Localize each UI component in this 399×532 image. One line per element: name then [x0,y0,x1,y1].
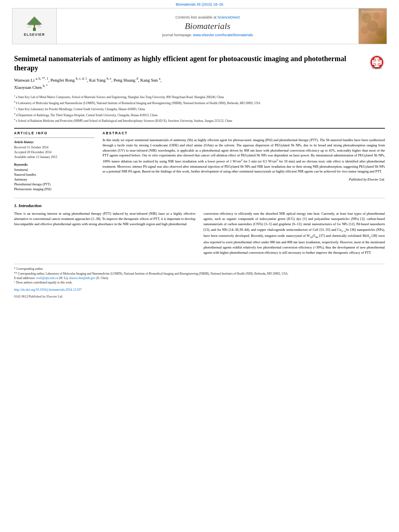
journal-center: Contents lists available at ScienceDirec… [57,8,358,44]
journal-ref-text: Biomaterials 45 (2015) 18–26 [176,2,223,6]
article-info-box: Article history: Received 11 October 201… [14,138,95,192]
affiliation-e: e e School of Radiation Medicine and Pro… [14,118,385,123]
intro-text-left: There is an increasing interest in using… [14,211,195,227]
sciencedirect-link[interactable]: ScienceDirect [218,15,240,19]
main-content: Semimetal nanomaterials of antimony as h… [0,44,399,304]
footnote-email: E-mail addresses: wwli@sjtu.edu.cn (W. L… [14,276,385,280]
abstract-text: In this study we report semimetal nanoma… [103,138,385,174]
svg-point-13 [379,19,385,25]
journal-header: ELSEVIER Contents lists available at Sci… [12,8,387,44]
article-info-heading: ARTICLE INFO [14,131,95,135]
homepage-line: journal homepage: www.elsevier.com/locat… [162,33,253,37]
elsevier-logo: ELSEVIER [12,8,57,44]
doi-line: http://dx.doi.org/10.1016/j.biomaterials… [14,288,385,292]
keywords-heading: Keywords: [14,163,95,166]
keyword-1: Semimetal [14,168,95,173]
intro-text-right: conversion efficiency to efficiently tur… [204,211,385,255]
abstract-heading: ABSTRACT [103,131,385,135]
svg-text:CrossMark: CrossMark [372,67,382,69]
keyword-3: Antimony [14,177,95,182]
journal-reference: Biomaterials 45 (2015) 18–26 [0,0,399,8]
available-date: Available online 13 January 2015 [14,155,95,160]
page-wrapper: Biomaterials 45 (2015) 18–26 ELSEVIER C [0,0,399,304]
keyword-5: Photoacoustic imaging (PAI) [14,187,95,192]
svg-rect-21 [372,61,381,64]
abstract-col: ABSTRACT In this study we report semimet… [103,131,385,192]
intro-col-right: conversion efficiency to efficiently tur… [204,211,385,258]
journal-name: Biomaterials [185,21,230,31]
svg-point-10 [361,26,369,34]
homepage-link[interactable]: www.elsevier.com/locate/biomaterials [193,33,253,37]
svg-point-11 [376,28,385,37]
affiliation-d: d d Department of Radiology, The Third X… [14,112,385,117]
affiliation-a: a a State Key Lab of Metal Matrix Compos… [14,94,385,99]
header-divider [14,128,385,129]
issn-line: 0142-9612/Published by Elsevier Ltd. [14,295,385,298]
article-title: Semimetal nanomaterials of antimony as h… [14,54,369,73]
email1-link[interactable]: wwli@sjtu.edu.cn [36,276,58,280]
doi-link[interactable]: http://dx.doi.org/10.1016/j.biomaterials… [14,288,82,292]
article-title-section: Semimetal nanomaterials of antimony as h… [14,54,385,73]
svg-point-9 [367,21,378,32]
footnote-corresponding2: ** Corresponding author. Laboratory of M… [14,271,385,276]
elsevier-tree-icon [23,16,45,33]
article-history-heading: Article history: [14,140,95,144]
cover-pattern-icon [359,8,387,44]
section-title: 1. Introduction [14,203,385,208]
intro-col-left: There is an increasing interest in using… [14,211,195,258]
crossmark-icon[interactable]: CrossMark [369,54,385,70]
footnote-corresponding1: * Corresponding author. [14,267,385,271]
section-divider [14,198,385,198]
article-info-abstract: ARTICLE INFO Article history: Received 1… [14,131,385,192]
affiliations: a a State Key Lab of Metal Matrix Compos… [14,94,385,123]
footnote-area: * Corresponding author. ** Corresponding… [14,264,385,285]
contents-line: Contents lists available at ScienceDirec… [175,15,240,19]
email2-link[interactable]: shawn.chen@nih.gov [69,276,95,280]
elsevier-label: ELSEVIER [24,33,45,37]
svg-point-8 [373,12,380,20]
svg-point-12 [368,33,374,39]
article-info-col: ARTICLE INFO Article history: Received 1… [14,131,95,192]
accepted-date: Accepted 20 December 2014 [14,150,95,155]
received-date: Received 11 October 2014 [14,145,95,150]
published-by: Published by Elsevier Ltd. [103,177,385,181]
keyword-4: Photothermal therapy (PTT) [14,182,95,187]
introduction-body: There is an increasing interest in using… [14,211,385,258]
affiliation-c: c c State Key Laboratory for Powder Meta… [14,106,385,111]
affiliation-b: b b Laboratory of Molecular Imaging and … [14,100,385,105]
keyword-2: Nanorod bundles [14,173,95,177]
footnote-equal-contrib: ¹ These authors contributed equally to t… [14,280,385,285]
authors: Wanwan Li a, b, **, 1, Pengfei Rong b, c… [14,76,385,91]
introduction-section: 1. Introduction There is an increasing i… [14,203,385,258]
journal-cover: Biomaterials [358,8,387,44]
